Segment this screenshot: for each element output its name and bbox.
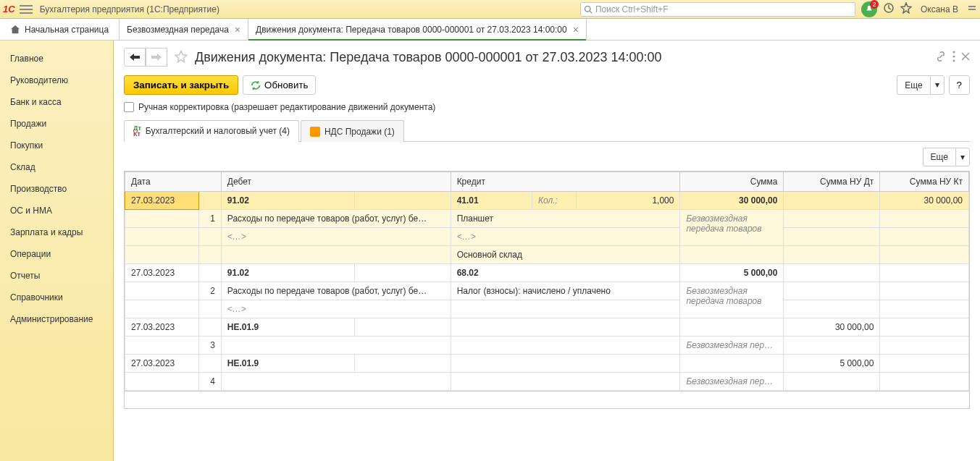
sidebar-item-manager[interactable]: Руководителю <box>0 69 113 91</box>
cell-row-num: 2 <box>199 282 222 300</box>
chevron-down-icon: ▾ <box>930 75 945 95</box>
col-sum[interactable]: Сумма <box>680 172 784 192</box>
cell-row-num: 3 <box>199 337 222 355</box>
sidebar-item-catalogs[interactable]: Справочники <box>0 287 113 308</box>
sidebar-item-label: Покупки <box>10 140 43 151</box>
sidebar-item-payroll[interactable]: Зарплата и кадры <box>0 221 113 243</box>
star-icon <box>175 50 188 63</box>
sidebar-item-assets[interactable]: ОС и НМА <box>0 200 113 221</box>
home-icon <box>10 25 20 35</box>
cell-debit-desc: Расходы по передаче товаров (работ, услу… <box>221 282 451 300</box>
sidebar-item-reports[interactable]: Отчеты <box>0 265 113 287</box>
cell-date: 27.03.2023 <box>125 264 199 282</box>
chevron-down-icon: ▾ <box>955 148 970 166</box>
favorite-page-button[interactable] <box>175 50 188 65</box>
tab-close-button[interactable]: × <box>573 24 579 35</box>
col-date[interactable]: Дата <box>125 172 222 192</box>
window-menu-button[interactable] <box>967 3 977 15</box>
table-row[interactable]: 27.03.2023 НЕ.01.9 30 000,00 <box>125 318 969 337</box>
table-row[interactable]: 27.03.2023 91.02 41.01 Кол.: 1,000 30 00… <box>125 192 969 210</box>
inner-tab-vat[interactable]: НДС Продажи (1) <box>301 120 404 142</box>
user-name[interactable]: Оксана В <box>921 4 958 14</box>
sidebar-item-label: Руководителю <box>10 75 68 85</box>
arrow-right-icon <box>151 54 162 61</box>
sidebar-item-bank[interactable]: Банк и касса <box>0 91 113 113</box>
sidebar-item-admin[interactable]: Администрирование <box>0 308 113 330</box>
inner-tabs: ДтКт Бухгалтерский и налоговый учет (4) … <box>124 119 970 142</box>
table-more-label: Еще <box>923 148 955 166</box>
table-more-dropdown[interactable]: Еще ▾ <box>923 148 970 166</box>
cell-debit-account: НЕ.01.9 <box>221 318 354 337</box>
refresh-label: Обновить <box>264 80 308 90</box>
table-header-row: Дата Дебет Кредит Сумма Сумма НУ Дт Сумм… <box>125 172 969 192</box>
inner-tab-accounting[interactable]: ДтКт Бухгалтерский и налоговый учет (4) <box>124 120 299 142</box>
table-row[interactable]: 27.03.2023 НЕ.01.9 5 000,00 <box>125 355 969 373</box>
history-button[interactable] <box>883 2 895 16</box>
sidebar-item-purchases[interactable]: Покупки <box>0 135 113 156</box>
page-title: Движения документа: Передача товаров 000… <box>195 50 662 65</box>
svg-point-7 <box>953 59 955 62</box>
table-row[interactable]: <…> <…> <box>125 228 969 246</box>
tab-item[interactable]: Безвозмездная передача × <box>120 19 248 40</box>
nav-back-button[interactable] <box>124 48 146 67</box>
inner-toolbar: Еще ▾ <box>124 148 970 166</box>
sidebar-item-main[interactable]: Главное <box>0 48 113 69</box>
tab-item[interactable]: Движения документа: Передача товаров 000… <box>248 19 587 40</box>
close-icon <box>961 52 970 61</box>
sidebar-item-production[interactable]: Производство <box>0 178 113 200</box>
close-page-button[interactable] <box>961 52 970 63</box>
cell-credit-desc: Планшет <box>451 210 680 228</box>
refresh-button[interactable]: Обновить <box>243 75 316 95</box>
table-row[interactable]: 3 Безвозмездная пер… <box>125 337 969 355</box>
col-nu-kt[interactable]: Сумма НУ Кт <box>880 172 969 192</box>
cell-debit-sub: <…> <box>221 300 451 318</box>
cell-qty: 1,000 <box>577 192 680 210</box>
save-close-button[interactable]: Записать и закрыть <box>124 75 238 95</box>
sidebar-item-label: Справочники <box>10 292 63 303</box>
cell-nu-kt: 30 000,00 <box>880 192 969 210</box>
help-button[interactable]: ? <box>949 75 970 95</box>
cell-debit-account: НЕ.01.9 <box>221 355 354 373</box>
more-menu-button[interactable] <box>952 51 955 64</box>
favorite-button[interactable] <box>900 2 912 16</box>
svg-line-1 <box>590 11 592 13</box>
table-row[interactable]: Основной склад <box>125 246 969 264</box>
table-row[interactable]: 4 Безвозмездная пер… <box>125 373 969 391</box>
sidebar-item-label: Продажи <box>10 119 46 129</box>
cell-debit-sub: <…> <box>221 228 451 246</box>
toolbar: Записать и закрыть Обновить Еще ▾ ? <box>124 75 970 95</box>
notification-badge: 2 <box>870 0 879 9</box>
cell-sum: 30 000,00 <box>680 192 784 210</box>
search-placeholder: Поиск Ctrl+Shift+F <box>595 4 669 14</box>
equals-icon <box>967 3 977 13</box>
notification-bell-button[interactable]: 2 <box>861 1 877 17</box>
svg-point-5 <box>953 51 955 53</box>
more-dropdown[interactable]: Еще ▾ <box>897 75 944 95</box>
burger-menu-button[interactable] <box>20 5 33 14</box>
sidebar-item-operations[interactable]: Операции <box>0 243 113 265</box>
nav-forward-button[interactable] <box>146 48 167 67</box>
content-area: Движения документа: Передача товаров 000… <box>114 41 980 461</box>
table-row[interactable]: 1 Расходы по передаче товаров (работ, ус… <box>125 210 969 228</box>
table-row[interactable]: 27.03.2023 91.02 68.02 5 000,00 <box>125 264 969 282</box>
home-tab[interactable]: Начальная страница <box>0 19 120 40</box>
sidebar-item-sales[interactable]: Продажи <box>0 113 113 135</box>
sidebar-item-label: Банк и касса <box>10 97 62 107</box>
cell-sum-desc: Безвозмездная передача товаров <box>680 210 784 246</box>
inner-tab-label: Бухгалтерский и налоговый учет (4) <box>146 126 290 136</box>
link-button[interactable] <box>935 51 947 64</box>
col-nu-dt[interactable]: Сумма НУ Дт <box>784 172 880 192</box>
table-row[interactable]: 2 Расходы по передаче товаров (работ, ус… <box>125 282 969 300</box>
tab-close-button[interactable]: × <box>235 24 240 35</box>
table-row[interactable]: <…> <box>125 300 969 318</box>
col-debit[interactable]: Дебет <box>221 172 451 192</box>
more-button-label: Еще <box>897 75 929 95</box>
sidebar-item-label: ОС и НМА <box>10 206 52 216</box>
search-input[interactable]: Поиск Ctrl+Shift+F <box>580 2 855 17</box>
app-title: Бухгалтерия предприятия (1С:Предприятие) <box>40 4 219 14</box>
manual-correction-checkbox[interactable] <box>124 102 134 112</box>
table-footer <box>125 391 969 408</box>
col-credit[interactable]: Кредит <box>451 172 680 192</box>
cell-credit-sub2: Основной склад <box>451 246 680 264</box>
sidebar-item-warehouse[interactable]: Склад <box>0 156 113 178</box>
